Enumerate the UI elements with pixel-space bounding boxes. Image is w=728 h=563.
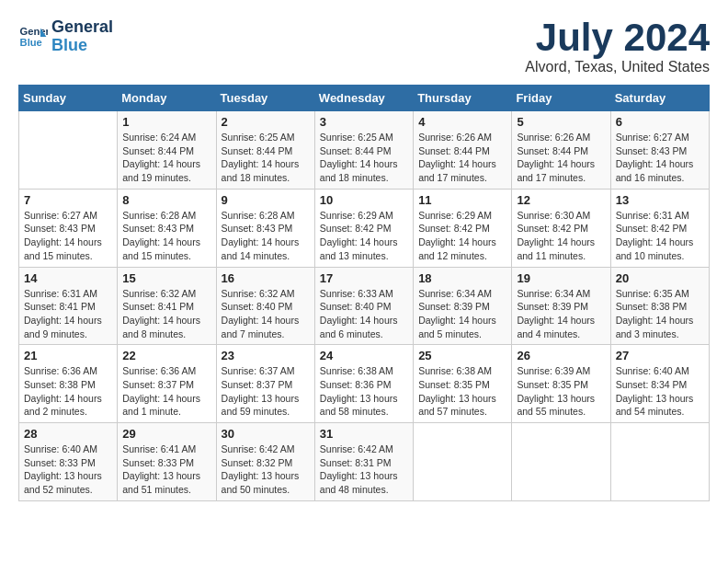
day-info: Sunrise: 6:36 AM Sunset: 8:37 PM Dayligh… — [122, 364, 210, 419]
page-header: General Blue General Blue July 2024 Alvo… — [18, 18, 710, 75]
calendar-cell: 27Sunrise: 6:40 AM Sunset: 8:34 PM Dayli… — [610, 345, 709, 423]
calendar-cell: 31Sunrise: 6:42 AM Sunset: 8:31 PM Dayli… — [314, 423, 413, 501]
day-info: Sunrise: 6:26 AM Sunset: 8:44 PM Dayligh… — [517, 131, 605, 185]
day-info: Sunrise: 6:30 AM Sunset: 8:42 PM Dayligh… — [517, 209, 605, 263]
calendar-cell — [414, 423, 512, 501]
calendar-cell: 22Sunrise: 6:36 AM Sunset: 8:37 PM Dayli… — [118, 345, 216, 423]
calendar-cell: 5Sunrise: 6:26 AM Sunset: 8:44 PM Daylig… — [512, 111, 610, 190]
calendar-cell: 16Sunrise: 6:32 AM Sunset: 8:40 PM Dayli… — [216, 267, 314, 345]
calendar-cell: 19Sunrise: 6:34 AM Sunset: 8:39 PM Dayli… — [512, 267, 610, 345]
day-number: 10 — [320, 193, 408, 207]
column-header-tuesday: Tuesday — [216, 86, 314, 111]
logo-text: General Blue — [51, 18, 113, 55]
calendar-cell: 25Sunrise: 6:38 AM Sunset: 8:35 PM Dayli… — [414, 345, 512, 423]
day-info: Sunrise: 6:34 AM Sunset: 8:39 PM Dayligh… — [418, 287, 506, 341]
day-info: Sunrise: 6:31 AM Sunset: 8:41 PM Dayligh… — [24, 287, 112, 341]
day-number: 16 — [222, 271, 310, 285]
calendar-cell: 24Sunrise: 6:38 AM Sunset: 8:36 PM Dayli… — [314, 345, 413, 423]
calendar-cell: 23Sunrise: 6:37 AM Sunset: 8:37 PM Dayli… — [216, 345, 314, 423]
day-number: 26 — [517, 349, 605, 362]
calendar-table: SundayMondayTuesdayWednesdayThursdayFrid… — [18, 85, 710, 501]
day-number: 29 — [122, 427, 210, 441]
day-number: 18 — [418, 271, 506, 285]
calendar-cell: 26Sunrise: 6:39 AM Sunset: 8:35 PM Dayli… — [512, 345, 610, 423]
calendar-cell — [19, 111, 118, 190]
calendar-cell: 9Sunrise: 6:28 AM Sunset: 8:43 PM Daylig… — [216, 189, 314, 267]
day-info: Sunrise: 6:33 AM Sunset: 8:40 PM Dayligh… — [320, 287, 408, 341]
calendar-cell: 18Sunrise: 6:34 AM Sunset: 8:39 PM Dayli… — [414, 267, 512, 345]
day-info: Sunrise: 6:37 AM Sunset: 8:37 PM Dayligh… — [222, 364, 310, 419]
day-info: Sunrise: 6:40 AM Sunset: 8:34 PM Dayligh… — [616, 364, 704, 419]
calendar-cell: 4Sunrise: 6:26 AM Sunset: 8:44 PM Daylig… — [414, 111, 512, 190]
day-number: 6 — [616, 115, 704, 129]
day-number: 3 — [320, 115, 408, 129]
day-info: Sunrise: 6:32 AM Sunset: 8:41 PM Dayligh… — [122, 287, 210, 341]
day-number: 28 — [24, 427, 112, 441]
day-number: 2 — [222, 115, 310, 129]
day-number: 22 — [122, 349, 210, 362]
day-info: Sunrise: 6:27 AM Sunset: 8:43 PM Dayligh… — [616, 131, 704, 185]
day-number: 13 — [616, 193, 704, 207]
calendar-cell: 15Sunrise: 6:32 AM Sunset: 8:41 PM Dayli… — [118, 267, 216, 345]
day-info: Sunrise: 6:25 AM Sunset: 8:44 PM Dayligh… — [320, 131, 408, 185]
column-header-monday: Monday — [118, 86, 216, 111]
day-info: Sunrise: 6:38 AM Sunset: 8:35 PM Dayligh… — [418, 364, 506, 419]
day-info: Sunrise: 6:40 AM Sunset: 8:33 PM Dayligh… — [24, 442, 112, 497]
day-info: Sunrise: 6:42 AM Sunset: 8:32 PM Dayligh… — [222, 442, 310, 497]
day-info: Sunrise: 6:34 AM Sunset: 8:39 PM Dayligh… — [517, 287, 605, 341]
day-info: Sunrise: 6:36 AM Sunset: 8:38 PM Dayligh… — [24, 364, 112, 419]
logo: General Blue General Blue — [18, 18, 113, 55]
day-number: 14 — [24, 271, 112, 285]
day-number: 9 — [222, 193, 310, 207]
calendar-cell — [610, 423, 709, 501]
day-info: Sunrise: 6:38 AM Sunset: 8:36 PM Dayligh… — [320, 364, 408, 419]
calendar-cell: 2Sunrise: 6:25 AM Sunset: 8:44 PM Daylig… — [216, 111, 314, 190]
column-header-wednesday: Wednesday — [314, 86, 413, 111]
calendar-cell: 7Sunrise: 6:27 AM Sunset: 8:43 PM Daylig… — [19, 189, 118, 267]
day-info: Sunrise: 6:35 AM Sunset: 8:38 PM Dayligh… — [616, 287, 704, 341]
day-info: Sunrise: 6:39 AM Sunset: 8:35 PM Dayligh… — [517, 364, 605, 419]
day-info: Sunrise: 6:29 AM Sunset: 8:42 PM Dayligh… — [320, 209, 408, 263]
calendar-cell: 1Sunrise: 6:24 AM Sunset: 8:44 PM Daylig… — [118, 111, 216, 190]
day-number: 4 — [418, 115, 506, 129]
month-title: July 2024 — [525, 18, 710, 57]
svg-text:Blue: Blue — [20, 36, 42, 47]
calendar-cell: 10Sunrise: 6:29 AM Sunset: 8:42 PM Dayli… — [314, 189, 413, 267]
calendar-cell: 30Sunrise: 6:42 AM Sunset: 8:32 PM Dayli… — [216, 423, 314, 501]
calendar-cell: 13Sunrise: 6:31 AM Sunset: 8:42 PM Dayli… — [610, 189, 709, 267]
day-number: 12 — [517, 193, 605, 207]
calendar-cell: 6Sunrise: 6:27 AM Sunset: 8:43 PM Daylig… — [610, 111, 709, 190]
day-number: 21 — [24, 349, 112, 362]
calendar-cell: 12Sunrise: 6:30 AM Sunset: 8:42 PM Dayli… — [512, 189, 610, 267]
day-number: 30 — [222, 427, 310, 441]
day-number: 15 — [122, 271, 210, 285]
week-row-2: 7Sunrise: 6:27 AM Sunset: 8:43 PM Daylig… — [19, 189, 710, 267]
day-info: Sunrise: 6:28 AM Sunset: 8:43 PM Dayligh… — [222, 209, 310, 263]
calendar-cell: 14Sunrise: 6:31 AM Sunset: 8:41 PM Dayli… — [19, 267, 118, 345]
calendar-cell: 11Sunrise: 6:29 AM Sunset: 8:42 PM Dayli… — [414, 189, 512, 267]
day-number: 20 — [616, 271, 704, 285]
calendar-cell: 29Sunrise: 6:41 AM Sunset: 8:33 PM Dayli… — [118, 423, 216, 501]
week-row-3: 14Sunrise: 6:31 AM Sunset: 8:41 PM Dayli… — [19, 267, 710, 345]
calendar-cell — [512, 423, 610, 501]
week-row-4: 21Sunrise: 6:36 AM Sunset: 8:38 PM Dayli… — [19, 345, 710, 423]
column-header-sunday: Sunday — [19, 86, 118, 111]
day-info: Sunrise: 6:41 AM Sunset: 8:33 PM Dayligh… — [122, 442, 210, 497]
column-header-friday: Friday — [512, 86, 610, 111]
day-number: 8 — [122, 193, 210, 207]
calendar-cell: 21Sunrise: 6:36 AM Sunset: 8:38 PM Dayli… — [19, 345, 118, 423]
day-info: Sunrise: 6:26 AM Sunset: 8:44 PM Dayligh… — [418, 131, 506, 185]
logo-icon: General Blue — [18, 22, 48, 52]
day-number: 5 — [517, 115, 605, 129]
header-row: SundayMondayTuesdayWednesdayThursdayFrid… — [19, 86, 710, 111]
calendar-cell: 8Sunrise: 6:28 AM Sunset: 8:43 PM Daylig… — [118, 189, 216, 267]
day-number: 1 — [122, 115, 210, 129]
day-number: 24 — [320, 349, 408, 362]
location: Alvord, Texas, United States — [525, 59, 710, 75]
day-info: Sunrise: 6:25 AM Sunset: 8:44 PM Dayligh… — [222, 131, 310, 185]
day-info: Sunrise: 6:27 AM Sunset: 8:43 PM Dayligh… — [24, 209, 112, 263]
day-number: 19 — [517, 271, 605, 285]
calendar-cell: 20Sunrise: 6:35 AM Sunset: 8:38 PM Dayli… — [610, 267, 709, 345]
day-number: 11 — [418, 193, 506, 207]
day-number: 23 — [222, 349, 310, 362]
